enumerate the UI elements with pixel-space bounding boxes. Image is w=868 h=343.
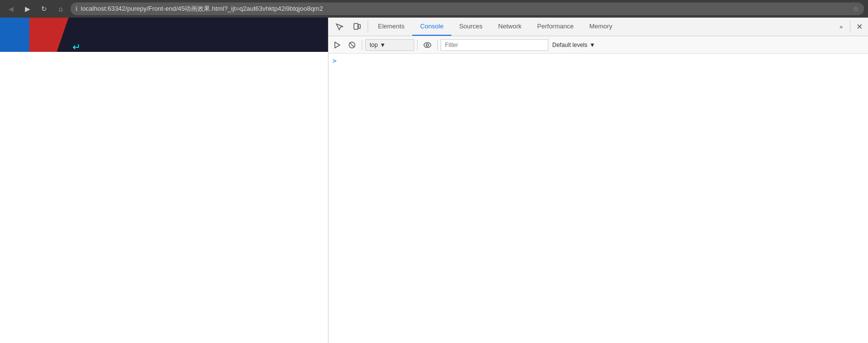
address-bar[interactable]: ℹ localhost:63342/purepy/Front-end/45动画效…	[70, 2, 864, 15]
toolbar-separator	[368, 21, 368, 33]
page-top-dark-area	[0, 18, 328, 52]
reload-button[interactable]: ↻	[37, 2, 51, 16]
tab-elements[interactable]: Elements	[370, 18, 412, 36]
prompt-chevron: >	[332, 57, 336, 65]
filter-input[interactable]	[441, 39, 548, 51]
close-devtools-button[interactable]: ✕	[852, 18, 866, 36]
url-text: localhost:63342/purepy/Front-end/45动画效果.…	[81, 4, 850, 13]
page-background: ↵	[0, 18, 328, 343]
svg-rect-1	[358, 24, 360, 28]
context-selector[interactable]: top ▼	[365, 39, 414, 51]
more-tabs-button[interactable]: »	[834, 18, 848, 36]
clear-icon	[349, 42, 355, 48]
console-content: >	[328, 54, 868, 343]
clear-console-button[interactable]	[345, 38, 359, 52]
blue-stripe	[0, 18, 29, 52]
tab-network[interactable]: Network	[491, 18, 530, 36]
context-dropdown-icon: ▼	[380, 42, 386, 48]
device-toolbar-button[interactable]	[348, 18, 366, 36]
console-separator-3	[437, 40, 438, 50]
devtools-tabs: Elements Console Sources Network Perform…	[370, 18, 834, 36]
toolbar-separator-2	[850, 21, 850, 33]
svg-line-4	[350, 43, 354, 47]
eye-icon	[423, 42, 431, 48]
page-content: ↵ Elements Console So	[0, 18, 868, 343]
home-button[interactable]: ⌂	[54, 2, 68, 16]
forward-button[interactable]: ▶	[21, 2, 34, 16]
inspect-icon	[335, 23, 343, 31]
tab-performance[interactable]: Performance	[529, 18, 581, 36]
tab-memory[interactable]: Memory	[582, 18, 620, 36]
context-label: top	[370, 42, 378, 48]
bookmark-icon[interactable]: ☆	[853, 5, 859, 13]
svg-rect-0	[354, 23, 358, 29]
live-expressions-button[interactable]	[421, 38, 434, 52]
svg-point-5	[424, 43, 431, 47]
mouse-cursor: ↵	[72, 41, 81, 53]
console-separator-2	[417, 40, 418, 50]
console-toolbar: top ▼ Default levels ▼	[328, 36, 868, 54]
browser-toolbar: ◀ ▶ ↻ ⌂ ℹ localhost:63342/purepy/Front-e…	[0, 0, 868, 18]
levels-label: Default levels	[552, 42, 587, 48]
run-icon	[334, 42, 341, 48]
lock-icon: ℹ	[75, 5, 78, 12]
device-icon	[353, 23, 361, 31]
devtools-panel: Elements Console Sources Network Perform…	[328, 18, 868, 343]
levels-dropdown-icon: ▼	[589, 42, 595, 48]
red-stripe	[29, 18, 69, 52]
svg-point-6	[426, 44, 429, 46]
console-separator	[362, 40, 362, 50]
inspect-element-button[interactable]	[330, 18, 348, 36]
tab-sources[interactable]: Sources	[451, 18, 491, 36]
devtools-toolbar: Elements Console Sources Network Perform…	[328, 18, 868, 36]
tab-console[interactable]: Console	[412, 18, 451, 36]
console-run-button[interactable]	[330, 38, 344, 52]
default-levels-button[interactable]: Default levels ▼	[549, 39, 598, 51]
back-button[interactable]: ◀	[4, 2, 18, 16]
svg-marker-2	[335, 42, 340, 48]
console-prompt-line[interactable]: >	[328, 56, 868, 66]
